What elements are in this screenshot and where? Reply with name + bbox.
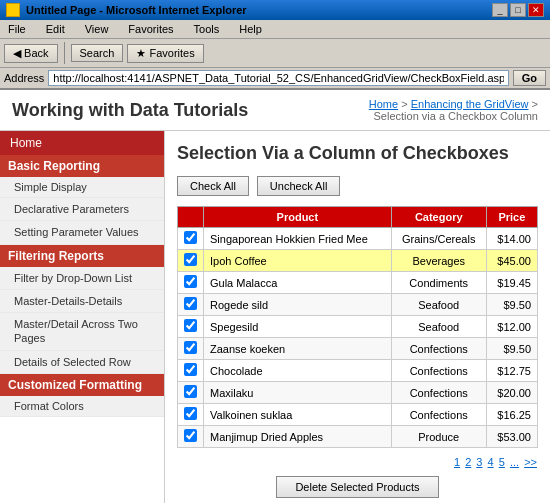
product-category: Grains/Cereals	[391, 228, 486, 250]
row-checkbox[interactable]	[184, 297, 197, 310]
product-price: $19.45	[486, 272, 537, 294]
table-header-check	[178, 207, 204, 228]
sidebar-item-format-colors[interactable]: Format Colors	[0, 396, 164, 417]
sidebar-item-details-selected-row[interactable]: Details of Selected Row	[0, 351, 164, 374]
table-row: Maxilaku Confections $20.00	[178, 382, 538, 404]
sidebar-item-declarative-params[interactable]: Declarative Parameters	[0, 198, 164, 221]
content-area: Selection Via a Column of Checkboxes Che…	[165, 131, 550, 503]
product-name: Chocolade	[204, 360, 392, 382]
menu-help[interactable]: Help	[235, 22, 266, 36]
table-header-category: Category	[391, 207, 486, 228]
sidebar-home[interactable]: Home	[0, 131, 164, 155]
product-category: Confections	[391, 404, 486, 426]
table-header-product: Product	[204, 207, 392, 228]
sidebar-section-filtering[interactable]: Filtering Reports	[0, 245, 164, 267]
sidebar: Home Basic Reporting Simple Display Decl…	[0, 131, 165, 503]
toolbar: ◀ Back Search ★ Favorites	[0, 39, 550, 68]
sidebar-item-filter-dropdown[interactable]: Filter by Drop-Down List	[0, 267, 164, 290]
menu-favorites[interactable]: Favorites	[124, 22, 177, 36]
product-category: Seafood	[391, 294, 486, 316]
row-checkbox[interactable]	[184, 253, 197, 266]
delete-row: Delete Selected Products	[177, 476, 538, 498]
row-checkbox-cell	[178, 426, 204, 448]
breadcrumb: Home > Enhancing the GridView > Selectio…	[369, 98, 538, 122]
close-button[interactable]: ✕	[528, 3, 544, 17]
address-bar: Address Go	[0, 68, 550, 90]
product-price: $14.00	[486, 228, 537, 250]
row-checkbox[interactable]	[184, 363, 197, 376]
row-checkbox[interactable]	[184, 407, 197, 420]
table-row: Zaanse koeken Confections $9.50	[178, 338, 538, 360]
menu-bar: File Edit View Favorites Tools Help	[0, 20, 550, 39]
address-input[interactable]	[48, 70, 508, 86]
row-checkbox-cell	[178, 404, 204, 426]
row-checkbox[interactable]	[184, 429, 197, 442]
product-name: Singaporean Hokkien Fried Mee	[204, 228, 392, 250]
product-price: $12.75	[486, 360, 537, 382]
product-price: $45.00	[486, 250, 537, 272]
sidebar-section-customized-formatting[interactable]: Customized Formatting	[0, 374, 164, 396]
sidebar-section-basic-reporting[interactable]: Basic Reporting	[0, 155, 164, 177]
product-name: Ipoh Coffee	[204, 250, 392, 272]
breadcrumb-home[interactable]: Home	[369, 98, 398, 110]
row-checkbox[interactable]	[184, 231, 197, 244]
product-price: $9.50	[486, 294, 537, 316]
minimize-button[interactable]: _	[492, 3, 508, 17]
row-checkbox-cell	[178, 272, 204, 294]
product-name: Rogede sild	[204, 294, 392, 316]
main-layout: Home Basic Reporting Simple Display Decl…	[0, 131, 550, 503]
check-all-button[interactable]: Check All	[177, 176, 249, 196]
product-name: Zaanse koeken	[204, 338, 392, 360]
page-last[interactable]: >>	[524, 456, 537, 468]
product-category: Confections	[391, 338, 486, 360]
sidebar-item-setting-param-values[interactable]: Setting Parameter Values	[0, 221, 164, 244]
window: Untitled Page - Microsoft Internet Explo…	[0, 0, 550, 503]
product-price: $9.50	[486, 338, 537, 360]
go-button[interactable]: Go	[513, 70, 546, 86]
site-header: Working with Data Tutorials Home > Enhan…	[0, 90, 550, 131]
page-1[interactable]: 1	[454, 456, 460, 468]
table-row: Spegesild Seafood $12.00	[178, 316, 538, 338]
maximize-button[interactable]: □	[510, 3, 526, 17]
sidebar-item-master-detail-two-pages[interactable]: Master/Detail Across Two Pages	[0, 313, 164, 351]
product-price: $20.00	[486, 382, 537, 404]
menu-view[interactable]: View	[81, 22, 113, 36]
product-price: $16.25	[486, 404, 537, 426]
product-name: Spegesild	[204, 316, 392, 338]
window-title: Untitled Page - Microsoft Internet Explo…	[26, 4, 247, 16]
row-checkbox[interactable]	[184, 385, 197, 398]
browser-content: Working with Data Tutorials Home > Enhan…	[0, 90, 550, 503]
menu-file[interactable]: File	[4, 22, 30, 36]
favorites-button[interactable]: ★ Favorites	[127, 44, 203, 63]
table-row: Gula Malacca Condiments $19.45	[178, 272, 538, 294]
app-icon	[6, 3, 20, 17]
product-name: Manjimup Dried Apples	[204, 426, 392, 448]
page-next[interactable]: ...	[510, 456, 519, 468]
page-5[interactable]: 5	[499, 456, 505, 468]
row-checkbox-cell	[178, 360, 204, 382]
sidebar-item-master-details[interactable]: Master-Details-Details	[0, 290, 164, 313]
table-row: Manjimup Dried Apples Produce $53.00	[178, 426, 538, 448]
menu-edit[interactable]: Edit	[42, 22, 69, 36]
page-4[interactable]: 4	[488, 456, 494, 468]
table-row: Singaporean Hokkien Fried Mee Grains/Cer…	[178, 228, 538, 250]
page-2[interactable]: 2	[465, 456, 471, 468]
row-checkbox-cell	[178, 316, 204, 338]
check-buttons-row: Check All Uncheck All	[177, 176, 538, 196]
delete-selected-button[interactable]: Delete Selected Products	[276, 476, 438, 498]
breadcrumb-link1[interactable]: Enhancing the GridView	[411, 98, 529, 110]
page-3[interactable]: 3	[476, 456, 482, 468]
back-button[interactable]: ◀ Back	[4, 44, 58, 63]
row-checkbox-cell	[178, 294, 204, 316]
row-checkbox[interactable]	[184, 341, 197, 354]
breadcrumb-sep1: >	[401, 98, 410, 110]
row-checkbox[interactable]	[184, 275, 197, 288]
uncheck-all-button[interactable]: Uncheck All	[257, 176, 340, 196]
search-button[interactable]: Search	[71, 44, 124, 62]
menu-tools[interactable]: Tools	[190, 22, 224, 36]
table-header-price: Price	[486, 207, 537, 228]
table-row: Chocolade Confections $12.75	[178, 360, 538, 382]
site-title: Working with Data Tutorials	[12, 100, 248, 121]
sidebar-item-simple-display[interactable]: Simple Display	[0, 177, 164, 198]
row-checkbox[interactable]	[184, 319, 197, 332]
